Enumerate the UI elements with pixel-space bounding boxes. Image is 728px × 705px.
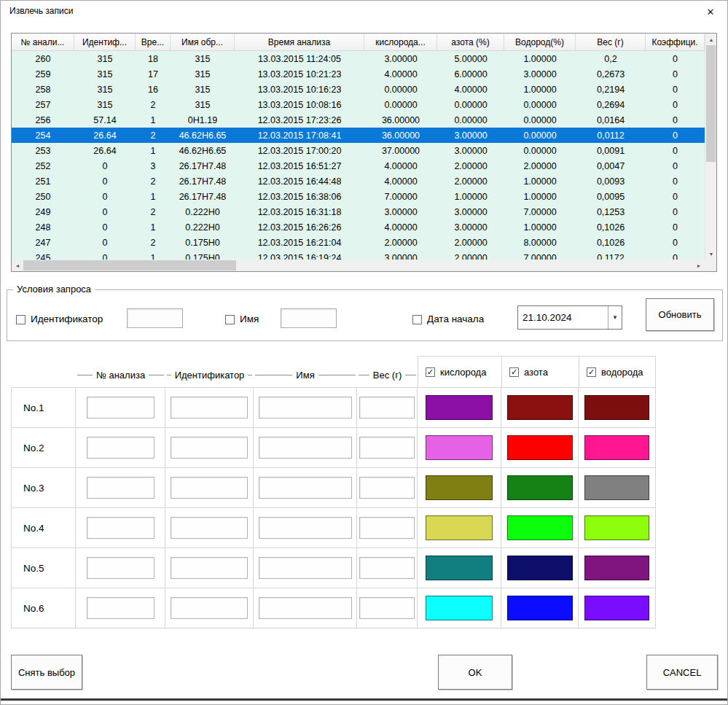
table-row[interactable]: 248010.222H012.03.2015 16:26:264.000003.… <box>12 219 705 235</box>
oxygen-checkbox[interactable]: ✓ <box>426 367 435 377</box>
horizontal-scrollbar[interactable]: ◄ ► <box>12 260 705 271</box>
table-cell: 0 <box>74 253 136 260</box>
table-row[interactable]: 25326.64146.62H6.6512.03.2015 17:00:2037… <box>12 143 705 158</box>
row1-oxygen-color-swatch[interactable] <box>426 395 493 420</box>
row5-nitrogen-color-swatch[interactable] <box>507 556 573 580</box>
row5-analysis-no-input[interactable] <box>87 557 154 579</box>
close-icon[interactable]: ✕ <box>700 3 721 20</box>
row4-analysis-no-input[interactable] <box>87 517 154 539</box>
row1-hydrogen-color-swatch[interactable] <box>584 395 649 420</box>
table-cell: 0.00000 <box>504 131 576 141</box>
vertical-scrollbar[interactable]: ▲ ▼ <box>705 34 716 260</box>
row5-oxygen-color-swatch[interactable] <box>426 556 493 580</box>
column-header-10[interactable]: Коэффици. <box>646 34 705 50</box>
row6-analysis-no-input[interactable] <box>87 597 154 619</box>
row3-nitrogen-color-swatch[interactable] <box>507 475 573 500</box>
row1-identifier-input[interactable] <box>171 397 248 418</box>
name-checkbox[interactable] <box>225 315 235 324</box>
row3-name-input[interactable] <box>259 477 352 499</box>
row4-hydrogen-color-swatch[interactable] <box>584 515 649 540</box>
table-row[interactable]: 25426.64246.62H6.6512.03.2015 17:08:4136… <box>12 128 705 143</box>
table-row[interactable]: 25657.1410H1.1912.03.2015 17:23:2636.000… <box>12 112 705 128</box>
nitrogen-checkbox[interactable]: ✓ <box>509 367 519 377</box>
column-header-5[interactable]: Время анализа <box>235 34 364 50</box>
dropdown-arrow-icon[interactable]: ▼ <box>608 306 622 329</box>
table-row[interactable]: 2510226.17H7.4812.03.2015 16:44:484.0000… <box>12 174 705 189</box>
table-cell: 249 <box>12 207 74 217</box>
hydrogen-checkbox[interactable]: ✓ <box>587 367 596 377</box>
row2-weight-input[interactable] <box>359 437 415 459</box>
start-date-picker[interactable]: 21.10.2024 ▼ <box>517 305 622 330</box>
horizontal-scroll-thumb[interactable] <box>23 260 236 270</box>
row2-name-input[interactable] <box>259 437 352 459</box>
row5-weight-input[interactable] <box>359 557 415 579</box>
table-cell: 1 <box>136 222 171 233</box>
table-row[interactable]: 2520326.17H7.4812.03.2015 16:51:274.0000… <box>12 158 705 174</box>
grid-input-cell <box>357 468 418 508</box>
column-header-8[interactable]: Водород(%) <box>504 34 576 50</box>
row5-identifier-input[interactable] <box>171 557 248 579</box>
column-header-2[interactable]: Идентиф... <box>74 34 136 50</box>
row6-name-input[interactable] <box>259 597 352 619</box>
hydrogen-column-header: ✓водорода <box>579 356 656 388</box>
row1-analysis-no-input[interactable] <box>87 397 154 418</box>
column-header-9[interactable]: Вес (г) <box>576 34 646 50</box>
cancel-button[interactable]: CANCEL <box>646 655 718 690</box>
scroll-up-icon[interactable]: ▲ <box>705 34 717 45</box>
row2-analysis-no-input[interactable] <box>87 437 154 459</box>
row1-name-input[interactable] <box>259 397 352 418</box>
column-header-4[interactable]: Имя обр... <box>171 34 235 50</box>
table-row[interactable]: 247020.175H012.03.2015 16:21:042.000002.… <box>12 235 705 250</box>
start-date-checkbox[interactable] <box>412 315 422 324</box>
scroll-down-icon[interactable]: ▼ <box>705 248 717 260</box>
row2-oxygen-color-swatch[interactable] <box>426 435 493 460</box>
ok-button[interactable]: OK <box>438 655 512 690</box>
table-cell: 253 <box>12 146 74 156</box>
table-row[interactable]: 245010.175H012.03.2015 16:19:243.000002.… <box>12 250 705 260</box>
table-row[interactable]: 249020.222H012.03.2015 16:31:183.000003.… <box>12 204 705 219</box>
column-header-7[interactable]: азота (%) <box>437 34 504 50</box>
scroll-left-icon[interactable]: ◄ <box>12 260 23 271</box>
identifier-checkbox[interactable] <box>16 315 26 324</box>
row4-name-input[interactable] <box>259 517 352 539</box>
row5-name-input[interactable] <box>259 557 352 579</box>
grid-swatch-cell <box>579 428 656 468</box>
row4-oxygen-color-swatch[interactable] <box>426 515 493 540</box>
table-row[interactable]: 257315231513.03.2015 10:08:160.000000.00… <box>12 97 705 112</box>
refresh-button[interactable]: Обновить <box>646 298 714 331</box>
row1-nitrogen-color-swatch[interactable] <box>507 395 573 420</box>
row3-hydrogen-color-swatch[interactable] <box>584 475 649 500</box>
identifier-input[interactable] <box>127 308 183 328</box>
row6-identifier-input[interactable] <box>171 597 248 619</box>
row1-weight-input[interactable] <box>359 397 415 418</box>
table-cell: 2.00000 <box>437 253 504 260</box>
vertical-scroll-thumb[interactable] <box>706 45 716 162</box>
table-row[interactable]: 2583151631513.03.2015 10:16:230.000004.0… <box>12 82 705 97</box>
name-input[interactable] <box>281 308 337 328</box>
row3-oxygen-color-swatch[interactable] <box>426 475 493 500</box>
row6-weight-input[interactable] <box>359 597 415 619</box>
table-row[interactable]: 2593151731513.03.2015 10:21:234.000006.0… <box>12 66 705 82</box>
row3-weight-input[interactable] <box>359 477 415 499</box>
row2-identifier-input[interactable] <box>171 437 248 459</box>
table-row[interactable]: 2603151831513.03.2015 11:24:053.000005.0… <box>12 51 705 66</box>
table-cell: 17 <box>136 69 171 79</box>
column-header-1[interactable]: № анали... <box>12 34 74 50</box>
deselect-button[interactable]: Снять выбор <box>11 655 82 690</box>
column-header-6[interactable]: кислорода... <box>364 34 437 50</box>
table-cell: 0,1172 <box>576 253 646 260</box>
row6-hydrogen-color-swatch[interactable] <box>584 596 649 620</box>
row4-nitrogen-color-swatch[interactable] <box>507 515 573 540</box>
table-row[interactable]: 2500126.17H7.4812.03.2015 16:38:067.0000… <box>12 189 705 204</box>
row5-hydrogen-color-swatch[interactable] <box>584 556 649 580</box>
scroll-right-icon[interactable]: ► <box>693 260 705 271</box>
row2-hydrogen-color-swatch[interactable] <box>584 435 649 460</box>
row4-identifier-input[interactable] <box>171 517 248 539</box>
row6-oxygen-color-swatch[interactable] <box>426 596 493 620</box>
row3-identifier-input[interactable] <box>171 477 248 499</box>
column-header-3[interactable]: Вре... <box>136 34 171 50</box>
row3-analysis-no-input[interactable] <box>87 477 154 499</box>
row6-nitrogen-color-swatch[interactable] <box>507 596 573 620</box>
row4-weight-input[interactable] <box>359 517 415 539</box>
row2-nitrogen-color-swatch[interactable] <box>507 435 573 460</box>
